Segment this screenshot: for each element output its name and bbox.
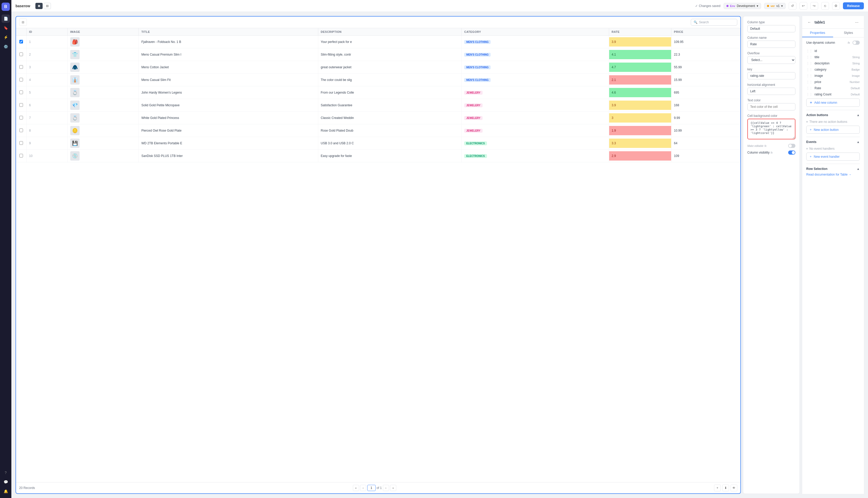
page-last-button[interactable]: » — [390, 485, 396, 491]
drag-handle-icon: ⋮⋮ — [806, 55, 812, 59]
column-type-input[interactable] — [747, 25, 796, 32]
nav-icon-chat[interactable]: 💬 — [2, 478, 10, 486]
cell-price: 55.99 — [671, 61, 740, 74]
nav-icon-bell[interactable]: 🔔 — [2, 487, 10, 495]
footer-download-button[interactable]: ⬇ — [722, 485, 729, 491]
field-row[interactable]: ⋮⋮ category Badge — [806, 66, 860, 73]
cell-checkbox[interactable] — [16, 36, 26, 48]
view-mobile-button[interactable]: ▤ — [44, 3, 51, 9]
app-logo[interactable]: B — [2, 3, 10, 11]
cell-checkbox[interactable] — [16, 124, 26, 137]
field-row[interactable]: ⋮⋮ Rate Default — [806, 85, 860, 91]
cell-title: Mens Casual Premium Slim I — [139, 48, 318, 61]
field-name: description — [815, 62, 850, 65]
dynamic-toggle[interactable] — [853, 41, 860, 45]
cell-image: 🪙 — [67, 124, 139, 137]
env-badge[interactable]: Env Development ▾ — [723, 3, 761, 9]
table-row: 2 👕 Mens Casual Premium Slim I Slim-fitt… — [16, 48, 741, 61]
cell-price: 15.99 — [671, 74, 740, 86]
panel-more-button[interactable]: ⋯ — [854, 19, 860, 25]
undo-button[interactable]: ↩ — [800, 2, 807, 10]
nav-icon-settings[interactable]: ⚙️ — [2, 42, 10, 51]
cell-rate: 4.6 — [609, 86, 671, 99]
action-buttons-collapse[interactable]: ▲ — [857, 113, 860, 117]
page-input[interactable] — [367, 485, 376, 491]
filter-button[interactable]: ⊟ — [19, 18, 27, 26]
column-name-input[interactable] — [747, 41, 796, 48]
redo-button[interactable]: ↪ — [810, 2, 818, 10]
panel-back-button[interactable]: ← — [806, 19, 812, 25]
footer-icons: + ⬇ 👁 — [714, 485, 737, 491]
cell-description: Satisfaction Guarantee — [318, 99, 461, 112]
nav-icon-help[interactable]: ? — [2, 469, 10, 477]
fx-badge-editable: fx — [764, 145, 767, 147]
field-row[interactable]: ⋮⋮ title String — [806, 54, 860, 60]
ver-badge[interactable]: ver v1 ▾ — [764, 3, 786, 9]
nav-icon-pages[interactable]: 📄 — [2, 14, 10, 23]
column-visibility-toggle[interactable] — [788, 150, 796, 155]
cell-image: 🧥 — [67, 61, 139, 74]
cell-checkbox[interactable] — [16, 150, 26, 162]
new-event-button[interactable]: ＋ New event handler — [806, 153, 860, 160]
field-row[interactable]: ⋮⋮ price Number — [806, 79, 860, 85]
records-count: 20 Records — [19, 486, 35, 490]
nav-icon-lightning[interactable]: ⚡ — [2, 33, 10, 41]
field-row[interactable]: ⋮⋮ image Image — [806, 73, 860, 79]
page-prev-button[interactable]: ‹ — [360, 485, 366, 491]
alignment-input[interactable] — [747, 88, 796, 95]
tab-properties[interactable]: Properties — [802, 29, 833, 37]
settings-button[interactable]: ⚙ — [832, 2, 840, 10]
refresh-button[interactable]: ↺ — [789, 2, 797, 10]
cell-image: 👕 — [67, 48, 139, 61]
make-editable-toggle[interactable] — [788, 144, 796, 148]
new-action-button[interactable]: ＋ New action button — [806, 126, 860, 134]
cell-checkbox[interactable] — [16, 74, 26, 86]
table-wrapper[interactable]: ID IMAGE TITLE DESCRIPTION CATEGORY RATE… — [16, 28, 741, 482]
no-action-dot — [806, 121, 808, 122]
field-row[interactable]: ⋮⋮ description String — [806, 60, 860, 66]
col-description: DESCRIPTION — [318, 28, 461, 36]
field-name: category — [815, 68, 850, 71]
cell-checkbox[interactable] — [16, 61, 26, 74]
field-type: Image — [852, 74, 860, 77]
row-selection-collapse[interactable]: ▲ — [857, 167, 860, 171]
app-name: baserow — [15, 4, 30, 8]
overflow-select[interactable]: Select... — [747, 56, 796, 64]
view-toggles: ▣ ▤ — [36, 3, 51, 9]
cell-title: SanDisk SSD PLUS 1TB Inter — [139, 150, 318, 162]
field-row[interactable]: ⋮⋮ id — [806, 48, 860, 54]
page-first-button[interactable]: « — [353, 485, 359, 491]
nav-icon-bookmarks[interactable]: 🔖 — [2, 24, 10, 32]
cell-price: 10.99 — [671, 124, 740, 137]
release-button[interactable]: Release — [843, 2, 864, 9]
cell-checkbox[interactable] — [16, 112, 26, 124]
events-collapse[interactable]: ▲ — [857, 140, 860, 144]
text-color-field: Text color — [747, 99, 796, 110]
footer-eye-button[interactable]: 👁 — [731, 485, 737, 491]
cell-description: Easy upgrade for faste — [318, 150, 461, 162]
data-table: ID IMAGE TITLE DESCRIPTION CATEGORY RATE… — [16, 28, 741, 162]
share-button[interactable]: ⎋ — [821, 2, 829, 10]
cell-checkbox[interactable] — [16, 86, 26, 99]
key-input[interactable] — [747, 72, 796, 79]
field-row[interactable]: ⋮⋮ rating Count Default — [806, 91, 860, 97]
cell-checkbox[interactable] — [16, 48, 26, 61]
page-next-button[interactable]: › — [383, 485, 389, 491]
tab-styles[interactable]: Styles — [833, 29, 864, 37]
text-color-input[interactable] — [747, 103, 796, 110]
search-box: 🔍 Search — [691, 19, 737, 26]
cell-checkbox[interactable] — [16, 99, 26, 112]
cell-checkbox[interactable] — [16, 137, 26, 150]
doc-link[interactable]: Read documentation for Table → — [806, 173, 860, 176]
cell-title: Solid Gold Petite Micropave — [139, 99, 318, 112]
cell-title: John Hardy Women's Legens — [139, 86, 318, 99]
view-desktop-button[interactable]: ▣ — [36, 3, 43, 9]
cell-image: 🎒 — [67, 36, 139, 48]
dynamic-fx-icon: fx — [847, 41, 850, 44]
events-header: Events ▲ — [806, 140, 860, 144]
add-column-button[interactable]: ＋ Add new column — [806, 99, 860, 107]
footer-plus-button[interactable]: + — [714, 485, 721, 491]
column-config-panel: Column type Column name Overflow Select.… — [743, 16, 800, 494]
cell-price: 109 — [671, 150, 740, 162]
cell-bg-textarea[interactable]: {{cellValue >= 4 ? 'lightgreen' : cellVa… — [747, 119, 796, 139]
